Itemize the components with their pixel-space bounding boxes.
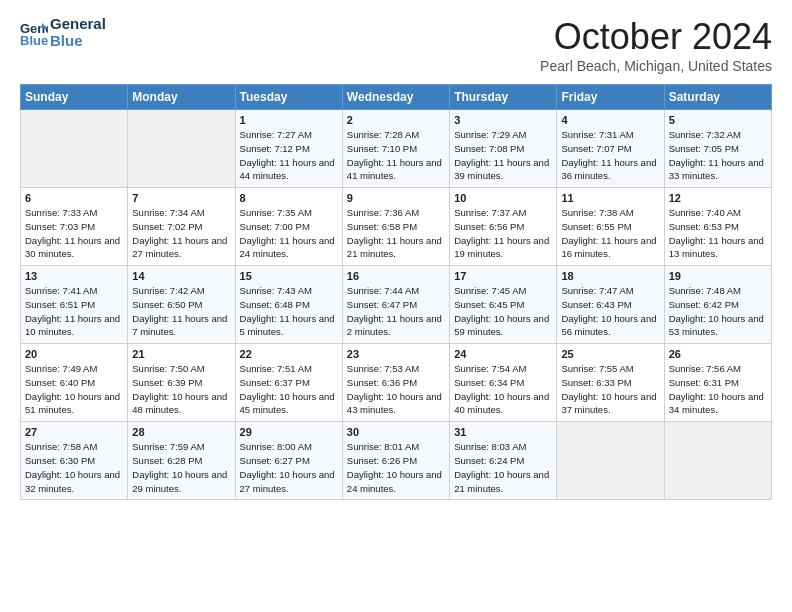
day-info: Sunrise: 7:48 AMSunset: 6:42 PMDaylight:… [669, 284, 767, 339]
weekday-header-thursday: Thursday [450, 85, 557, 110]
day-number: 18 [561, 270, 659, 282]
day-number: 22 [240, 348, 338, 360]
day-info: Sunrise: 7:53 AMSunset: 6:36 PMDaylight:… [347, 362, 445, 417]
day-cell [21, 110, 128, 188]
day-info: Sunrise: 8:00 AMSunset: 6:27 PMDaylight:… [240, 440, 338, 495]
day-number: 14 [132, 270, 230, 282]
svg-text:Blue: Blue [20, 33, 48, 47]
day-cell: 31Sunrise: 8:03 AMSunset: 6:24 PMDayligh… [450, 422, 557, 500]
day-number: 17 [454, 270, 552, 282]
day-info: Sunrise: 7:32 AMSunset: 7:05 PMDaylight:… [669, 128, 767, 183]
day-number: 26 [669, 348, 767, 360]
weekday-header-friday: Friday [557, 85, 664, 110]
day-number: 9 [347, 192, 445, 204]
day-info: Sunrise: 7:34 AMSunset: 7:02 PMDaylight:… [132, 206, 230, 261]
day-number: 31 [454, 426, 552, 438]
day-info: Sunrise: 7:47 AMSunset: 6:43 PMDaylight:… [561, 284, 659, 339]
day-number: 13 [25, 270, 123, 282]
day-cell: 10Sunrise: 7:37 AMSunset: 6:56 PMDayligh… [450, 188, 557, 266]
logo-blue: Blue [50, 33, 106, 50]
day-info: Sunrise: 7:41 AMSunset: 6:51 PMDaylight:… [25, 284, 123, 339]
day-number: 16 [347, 270, 445, 282]
logo-icon: General Blue [20, 19, 48, 47]
day-cell: 28Sunrise: 7:59 AMSunset: 6:28 PMDayligh… [128, 422, 235, 500]
weekday-header-row: SundayMondayTuesdayWednesdayThursdayFrid… [21, 85, 772, 110]
day-info: Sunrise: 7:29 AMSunset: 7:08 PMDaylight:… [454, 128, 552, 183]
day-info: Sunrise: 7:59 AMSunset: 6:28 PMDaylight:… [132, 440, 230, 495]
weekday-header-wednesday: Wednesday [342, 85, 449, 110]
day-cell: 26Sunrise: 7:56 AMSunset: 6:31 PMDayligh… [664, 344, 771, 422]
day-number: 24 [454, 348, 552, 360]
day-cell: 7Sunrise: 7:34 AMSunset: 7:02 PMDaylight… [128, 188, 235, 266]
day-number: 3 [454, 114, 552, 126]
day-info: Sunrise: 7:27 AMSunset: 7:12 PMDaylight:… [240, 128, 338, 183]
weekday-header-sunday: Sunday [21, 85, 128, 110]
day-number: 19 [669, 270, 767, 282]
day-info: Sunrise: 7:35 AMSunset: 7:00 PMDaylight:… [240, 206, 338, 261]
day-number: 7 [132, 192, 230, 204]
day-number: 25 [561, 348, 659, 360]
day-info: Sunrise: 7:51 AMSunset: 6:37 PMDaylight:… [240, 362, 338, 417]
day-cell: 2Sunrise: 7:28 AMSunset: 7:10 PMDaylight… [342, 110, 449, 188]
day-cell [128, 110, 235, 188]
day-info: Sunrise: 7:33 AMSunset: 7:03 PMDaylight:… [25, 206, 123, 261]
day-cell: 27Sunrise: 7:58 AMSunset: 6:30 PMDayligh… [21, 422, 128, 500]
day-info: Sunrise: 7:37 AMSunset: 6:56 PMDaylight:… [454, 206, 552, 261]
day-info: Sunrise: 7:56 AMSunset: 6:31 PMDaylight:… [669, 362, 767, 417]
day-cell: 15Sunrise: 7:43 AMSunset: 6:48 PMDayligh… [235, 266, 342, 344]
day-number: 11 [561, 192, 659, 204]
day-cell: 11Sunrise: 7:38 AMSunset: 6:55 PMDayligh… [557, 188, 664, 266]
week-row-2: 6Sunrise: 7:33 AMSunset: 7:03 PMDaylight… [21, 188, 772, 266]
week-row-5: 27Sunrise: 7:58 AMSunset: 6:30 PMDayligh… [21, 422, 772, 500]
day-cell: 4Sunrise: 7:31 AMSunset: 7:07 PMDaylight… [557, 110, 664, 188]
title-block: October 2024 Pearl Beach, Michigan, Unit… [540, 16, 772, 74]
day-cell [664, 422, 771, 500]
day-info: Sunrise: 7:49 AMSunset: 6:40 PMDaylight:… [25, 362, 123, 417]
day-info: Sunrise: 7:43 AMSunset: 6:48 PMDaylight:… [240, 284, 338, 339]
week-row-1: 1Sunrise: 7:27 AMSunset: 7:12 PMDaylight… [21, 110, 772, 188]
day-info: Sunrise: 7:55 AMSunset: 6:33 PMDaylight:… [561, 362, 659, 417]
day-info: Sunrise: 7:54 AMSunset: 6:34 PMDaylight:… [454, 362, 552, 417]
day-cell: 1Sunrise: 7:27 AMSunset: 7:12 PMDaylight… [235, 110, 342, 188]
day-cell: 6Sunrise: 7:33 AMSunset: 7:03 PMDaylight… [21, 188, 128, 266]
day-number: 1 [240, 114, 338, 126]
day-info: Sunrise: 7:28 AMSunset: 7:10 PMDaylight:… [347, 128, 445, 183]
day-cell: 23Sunrise: 7:53 AMSunset: 6:36 PMDayligh… [342, 344, 449, 422]
month-title: October 2024 [540, 16, 772, 58]
day-info: Sunrise: 7:40 AMSunset: 6:53 PMDaylight:… [669, 206, 767, 261]
day-info: Sunrise: 7:31 AMSunset: 7:07 PMDaylight:… [561, 128, 659, 183]
weekday-header-saturday: Saturday [664, 85, 771, 110]
logo-general: General [50, 16, 106, 33]
day-info: Sunrise: 8:01 AMSunset: 6:26 PMDaylight:… [347, 440, 445, 495]
day-number: 30 [347, 426, 445, 438]
day-cell: 9Sunrise: 7:36 AMSunset: 6:58 PMDaylight… [342, 188, 449, 266]
day-number: 15 [240, 270, 338, 282]
day-number: 28 [132, 426, 230, 438]
day-cell: 13Sunrise: 7:41 AMSunset: 6:51 PMDayligh… [21, 266, 128, 344]
week-row-4: 20Sunrise: 7:49 AMSunset: 6:40 PMDayligh… [21, 344, 772, 422]
week-row-3: 13Sunrise: 7:41 AMSunset: 6:51 PMDayligh… [21, 266, 772, 344]
page-header: General Blue General Blue October 2024 P… [20, 16, 772, 74]
day-cell: 17Sunrise: 7:45 AMSunset: 6:45 PMDayligh… [450, 266, 557, 344]
day-info: Sunrise: 7:42 AMSunset: 6:50 PMDaylight:… [132, 284, 230, 339]
day-number: 2 [347, 114, 445, 126]
day-info: Sunrise: 7:50 AMSunset: 6:39 PMDaylight:… [132, 362, 230, 417]
day-cell [557, 422, 664, 500]
day-cell: 20Sunrise: 7:49 AMSunset: 6:40 PMDayligh… [21, 344, 128, 422]
day-info: Sunrise: 7:44 AMSunset: 6:47 PMDaylight:… [347, 284, 445, 339]
day-cell: 24Sunrise: 7:54 AMSunset: 6:34 PMDayligh… [450, 344, 557, 422]
logo: General Blue General Blue [20, 16, 106, 49]
day-number: 10 [454, 192, 552, 204]
day-info: Sunrise: 7:58 AMSunset: 6:30 PMDaylight:… [25, 440, 123, 495]
day-cell: 8Sunrise: 7:35 AMSunset: 7:00 PMDaylight… [235, 188, 342, 266]
day-cell: 25Sunrise: 7:55 AMSunset: 6:33 PMDayligh… [557, 344, 664, 422]
day-number: 21 [132, 348, 230, 360]
day-number: 5 [669, 114, 767, 126]
day-number: 8 [240, 192, 338, 204]
weekday-header-tuesday: Tuesday [235, 85, 342, 110]
day-cell: 22Sunrise: 7:51 AMSunset: 6:37 PMDayligh… [235, 344, 342, 422]
day-info: Sunrise: 8:03 AMSunset: 6:24 PMDaylight:… [454, 440, 552, 495]
day-cell: 3Sunrise: 7:29 AMSunset: 7:08 PMDaylight… [450, 110, 557, 188]
day-number: 4 [561, 114, 659, 126]
day-info: Sunrise: 7:36 AMSunset: 6:58 PMDaylight:… [347, 206, 445, 261]
